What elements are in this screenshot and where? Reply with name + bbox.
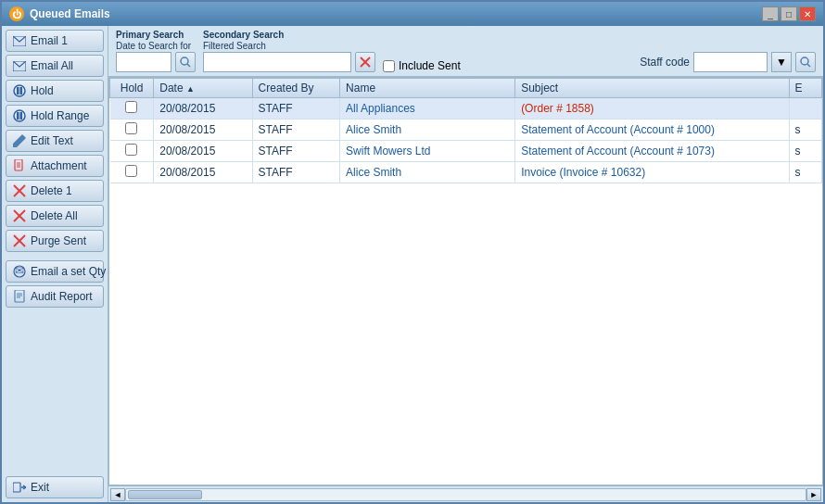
maximize-button[interactable]: □ xyxy=(781,6,797,21)
hold-button[interactable]: Hold xyxy=(6,80,104,102)
scroll-left-button[interactable]: ◄ xyxy=(110,488,125,501)
edittext-button[interactable]: Edit Text xyxy=(6,130,104,152)
col-header-subject: Subject xyxy=(515,79,789,98)
holdrange-button[interactable]: Hold Range xyxy=(6,105,104,127)
queued-emails-window: ⏻ Queued Emails _ □ ✕ Email 1 Email All xyxy=(0,0,825,504)
name-cell[interactable]: All Appliances xyxy=(340,98,515,120)
edittext-label: Edit Text xyxy=(31,134,73,147)
svg-text:✉: ✉ xyxy=(15,265,24,277)
primary-search-input[interactable] xyxy=(116,52,171,72)
hold-cell xyxy=(110,141,154,162)
primary-search-label: Primary Search xyxy=(116,30,196,40)
table-row: 20/08/2015STAFFAlice SmithStatement of A… xyxy=(110,120,822,141)
exit-button[interactable]: Exit xyxy=(6,476,104,498)
col-header-e: E xyxy=(789,79,822,98)
svg-point-27 xyxy=(181,57,188,65)
name-cell[interactable]: Alice Smith xyxy=(340,162,515,183)
staff-dropdown-button[interactable]: ▼ xyxy=(771,52,792,72)
svg-rect-25 xyxy=(13,483,20,492)
svg-point-31 xyxy=(801,57,808,65)
created-by-cell: STAFF xyxy=(252,141,340,162)
delete-icon xyxy=(12,183,27,198)
col-header-date[interactable]: Date ▲ xyxy=(154,79,252,98)
svg-rect-7 xyxy=(20,112,23,120)
name-cell[interactable]: Swift Mowers Ltd xyxy=(340,141,515,162)
email1-label: Email 1 xyxy=(31,34,68,47)
email-icon xyxy=(12,33,27,48)
date-cell: 20/08/2015 xyxy=(154,162,252,183)
auditreport-button[interactable]: Audit Report xyxy=(6,285,104,308)
attachment-label: Attachment xyxy=(31,159,87,172)
secondary-search-input[interactable] xyxy=(203,52,351,72)
delete1-button[interactable]: Delete 1 xyxy=(6,180,104,202)
subject-cell[interactable]: Statement of Account (Account # 1000) xyxy=(515,120,789,141)
auditreport-label: Audit Report xyxy=(31,290,93,303)
staff-search-button[interactable] xyxy=(795,52,816,72)
e-cell: s xyxy=(789,162,822,183)
email-table: Hold Date ▲ Created By Name Subject E 20… xyxy=(109,78,822,183)
bottom-scrollbar-bar: ◄ ► xyxy=(108,485,823,502)
sidebar: Email 1 Email All Hold Hold Range xyxy=(2,26,108,502)
horizontal-scrollbar[interactable] xyxy=(125,488,806,501)
svg-rect-3 xyxy=(17,87,19,94)
hold-checkbox[interactable] xyxy=(125,144,137,156)
title-icon: ⏻ xyxy=(9,6,24,21)
scrollbar-thumb[interactable] xyxy=(128,490,202,499)
col-header-created: Created By xyxy=(252,79,340,98)
attachment-button[interactable]: Attachment xyxy=(6,155,104,177)
date-cell: 20/08/2015 xyxy=(154,141,252,162)
hold-range-icon xyxy=(12,108,27,123)
deleteall-button[interactable]: Delete All xyxy=(6,205,104,227)
hold-checkbox[interactable] xyxy=(125,122,137,134)
secondary-search-button[interactable] xyxy=(355,52,375,72)
emailall-button[interactable]: Email All xyxy=(6,55,104,77)
holdrange-label: Hold Range xyxy=(31,109,89,122)
hold-cell xyxy=(110,98,154,120)
purgesent-label: Purge Sent xyxy=(31,234,86,247)
name-cell[interactable]: Alice Smith xyxy=(340,120,515,141)
secondary-search-group: Secondary Search Filtered Search xyxy=(203,30,375,72)
hold-label: Hold xyxy=(31,84,54,97)
search-bar: Primary Search Date to Search for Second… xyxy=(108,26,823,77)
minimize-button[interactable]: _ xyxy=(762,6,779,21)
emailqty-button[interactable]: ✉ Email a set Qty xyxy=(6,260,104,283)
staff-code-label: Staff code xyxy=(640,56,690,69)
scroll-right-button[interactable]: ► xyxy=(806,488,821,501)
deleteall-label: Delete All xyxy=(31,209,78,222)
svg-line-28 xyxy=(187,64,190,67)
purge-icon xyxy=(12,233,27,248)
exit-icon xyxy=(12,480,27,495)
edit-icon xyxy=(12,133,27,148)
created-by-cell: STAFF xyxy=(252,120,340,141)
staff-code-group: Staff code ▼ xyxy=(640,52,816,72)
exit-label: Exit xyxy=(31,481,49,494)
delete1-label: Delete 1 xyxy=(31,184,72,197)
email1-button[interactable]: Email 1 xyxy=(6,30,104,52)
include-sent-checkbox[interactable] xyxy=(383,60,395,72)
date-cell: 20/08/2015 xyxy=(154,120,252,141)
col-header-hold: Hold xyxy=(110,79,154,98)
svg-point-5 xyxy=(14,110,25,121)
e-cell: s xyxy=(789,120,822,141)
include-sent-label: Include Sent xyxy=(399,59,461,72)
include-sent-group: Include Sent xyxy=(383,59,461,72)
svg-point-2 xyxy=(14,85,25,96)
purgesent-button[interactable]: Purge Sent xyxy=(6,230,104,252)
hold-checkbox[interactable] xyxy=(125,101,137,113)
audit-icon xyxy=(12,289,27,304)
subject-cell[interactable]: (Order # 1858) xyxy=(515,98,789,120)
hold-cell xyxy=(110,120,154,141)
hold-checkbox[interactable] xyxy=(125,165,137,177)
title-bar: ⏻ Queued Emails _ □ ✕ xyxy=(2,2,823,26)
staff-code-input[interactable] xyxy=(693,52,768,72)
close-button[interactable]: ✕ xyxy=(799,6,816,21)
primary-search-button[interactable] xyxy=(175,52,196,72)
table-row: 20/08/2015STAFFAlice SmithInvoice (Invoi… xyxy=(110,162,822,183)
date-sort-arrow: ▲ xyxy=(186,84,195,94)
primary-search-sublabel: Date to Search for xyxy=(116,41,196,51)
attachment-icon xyxy=(12,158,27,173)
svg-line-32 xyxy=(807,64,810,67)
created-by-cell: STAFF xyxy=(252,98,340,120)
subject-cell[interactable]: Invoice (Invoice # 10632) xyxy=(515,162,789,183)
subject-cell[interactable]: Statement of Account (Account # 1073) xyxy=(515,141,789,162)
